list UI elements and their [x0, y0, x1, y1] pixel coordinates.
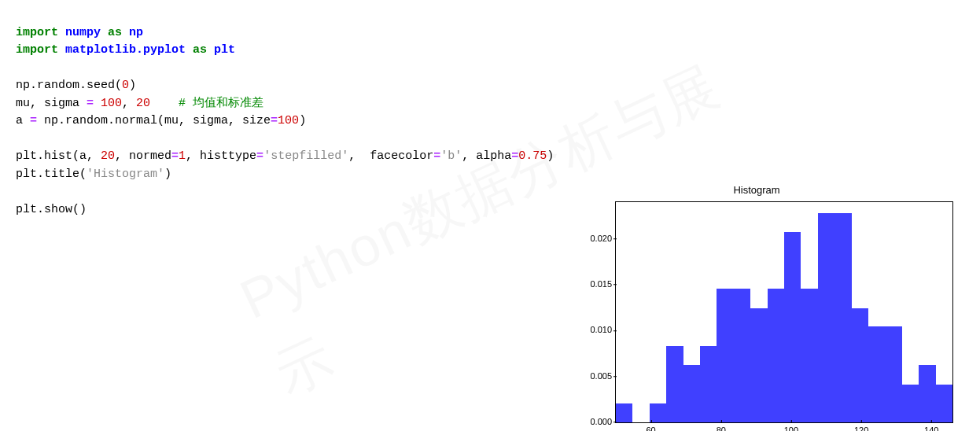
histogram-bar	[700, 346, 717, 422]
y-tick-label: 0.010	[577, 324, 612, 337]
x-tick-label: 80	[717, 424, 726, 432]
y-tick-label: 0.015	[577, 278, 612, 291]
histogram-bar	[834, 213, 851, 422]
code-line-5: mu, sigma = 100, 20 # 均值和标准差	[16, 97, 263, 110]
code-line-11: plt.show()	[16, 203, 87, 216]
histogram-bar	[734, 289, 750, 422]
code-line-9: plt.title('Histogram')	[16, 168, 171, 181]
x-tick-label: 60	[646, 424, 655, 432]
x-tick-label: 140	[924, 424, 938, 432]
histogram-bars	[616, 202, 952, 422]
histogram-bar	[784, 232, 801, 422]
x-tick-label: 100	[784, 424, 798, 432]
histogram-bar	[650, 403, 666, 422]
histogram-bar	[886, 326, 902, 422]
histogram-bar	[717, 289, 733, 422]
code-line-2: import matplotlib.pyplot as plt	[16, 43, 235, 57]
code-line-1: import numpy as np	[16, 26, 143, 39]
histogram-bar	[919, 365, 935, 422]
histogram-bar	[818, 213, 834, 422]
y-axis-ticks: 0.0000.0050.0100.0150.020	[577, 202, 612, 422]
histogram-bar	[936, 385, 952, 422]
histogram-bar	[852, 308, 868, 422]
y-tick-label: 0.005	[577, 370, 612, 383]
histogram-bar	[768, 289, 784, 422]
histogram-chart: Histogram 0.0000.0050.0100.0150.020 6080…	[577, 182, 936, 425]
histogram-bar	[683, 365, 700, 422]
x-axis-ticks: 6080100120140	[616, 424, 952, 432]
y-tick-label: 0.000	[577, 415, 612, 429]
histogram-bar	[750, 308, 767, 422]
histogram-bar	[616, 403, 632, 422]
histogram-bar	[801, 289, 817, 422]
histogram-bar	[666, 346, 683, 422]
code-line-4: np.random.seed(0)	[16, 79, 136, 92]
code-line-6: a = np.random.normal(mu, sigma, size=100…	[16, 114, 306, 127]
code-line-8: plt.hist(a, 20, normed=1, histtype='step…	[16, 149, 554, 163]
chart-title: Histogram	[577, 182, 936, 198]
plot-frame: 0.0000.0050.0100.0150.020 6080100120140	[615, 201, 953, 423]
histogram-bar	[868, 326, 885, 422]
histogram-bar	[902, 385, 919, 422]
y-tick-label: 0.020	[577, 232, 612, 245]
x-tick-label: 120	[854, 424, 868, 432]
